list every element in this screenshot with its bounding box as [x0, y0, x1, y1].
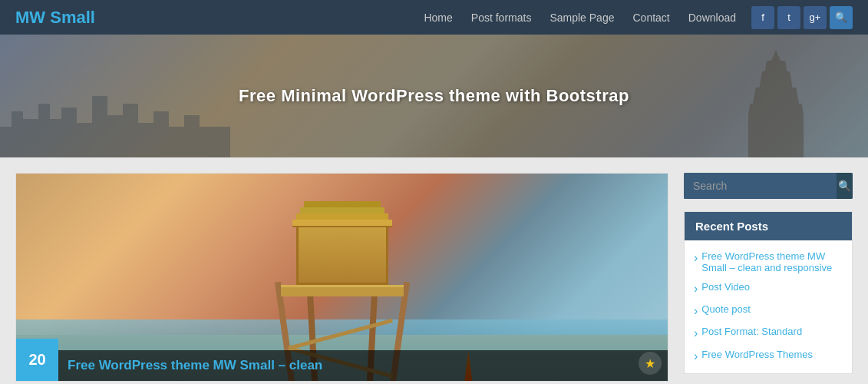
main-content: 20 Free WordPress theme MW Small – clean… [0, 157, 868, 384]
nav-link-home[interactable]: Home [424, 12, 452, 24]
site-header: MW Small Home Post formats Sample Page C… [0, 0, 868, 35]
nav-link-sample-page[interactable]: Sample Page [550, 12, 614, 24]
nav-link-contact[interactable]: Contact [632, 12, 669, 24]
recent-posts-widget: Recent Posts Free WordPress theme MW Sma… [684, 211, 853, 374]
search-box: 🔍 [684, 173, 853, 199]
post-image: 20 Free WordPress theme MW Small – clean… [16, 174, 668, 381]
sidebar: 🔍 Recent Posts Free WordPress theme MW S… [684, 173, 853, 382]
recent-post-link-5[interactable]: Free WordPress Themes [694, 349, 843, 363]
tower-roof-3 [300, 207, 384, 214]
facebook-icon[interactable]: f [751, 6, 774, 29]
nav-item-sample-page[interactable]: Sample Page [550, 11, 614, 25]
tower-roof-1 [292, 220, 392, 227]
recent-post-link-1[interactable]: Free WordPress theme MW Small – clean an… [694, 250, 843, 273]
tower-roof-4 [304, 201, 381, 207]
social-icons-group: f t g+ 🔍 [751, 6, 853, 29]
post-caption-title[interactable]: Free WordPress theme MW Small – clean [68, 358, 322, 372]
search-button[interactable]: 🔍 [837, 173, 853, 199]
post-card: 20 Free WordPress theme MW Small – clean… [15, 173, 668, 382]
nav-item-home[interactable]: Home [424, 11, 452, 25]
tower-cabin [296, 223, 388, 285]
post-caption-bar: Free WordPress theme MW Small – clean [58, 350, 668, 381]
date-badge: 20 [16, 339, 58, 381]
nav-item-download[interactable]: Download [688, 11, 736, 25]
recent-post-item[interactable]: Free WordPress theme MW Small – clean an… [685, 247, 852, 277]
posts-area: 20 Free WordPress theme MW Small – clean… [15, 173, 668, 382]
recent-post-link-2[interactable]: Post Video [694, 281, 843, 296]
hero-text: Free Minimal WordPress theme with Bootst… [239, 86, 629, 106]
recent-posts-title: Recent Posts [685, 212, 852, 240]
nav-menu: Home Post formats Sample Page Contact Do… [424, 11, 736, 25]
tower-roof-2 [296, 214, 388, 220]
tower-brace-1 [288, 319, 393, 350]
nav-link-download[interactable]: Download [688, 12, 736, 24]
site-title[interactable]: MW Small [15, 8, 95, 28]
recent-post-item[interactable]: Free WordPress Themes [685, 345, 852, 367]
googleplus-icon[interactable]: g+ [804, 6, 827, 29]
twitter-icon[interactable]: t [777, 6, 800, 29]
main-nav: Home Post formats Sample Page Contact Do… [424, 11, 736, 25]
nav-link-post-formats[interactable]: Post formats [471, 12, 532, 24]
bookmark-icon[interactable]: ★ [639, 352, 662, 375]
recent-post-item[interactable]: Post Video [685, 277, 852, 300]
date-day: 20 [28, 351, 45, 369]
recent-post-link-4[interactable]: Post Format: Standard [694, 326, 843, 340]
recent-posts-list: Free WordPress theme MW Small – clean an… [685, 240, 852, 373]
tower-platform [281, 285, 404, 296]
recent-post-item[interactable]: Post Format: Standard [685, 322, 852, 344]
header-search-icon[interactable]: 🔍 [830, 6, 853, 29]
recent-post-item[interactable]: Quote post [685, 300, 852, 322]
hero-banner: Free Minimal WordPress theme with Bootst… [0, 35, 868, 157]
search-input[interactable] [684, 173, 837, 199]
nav-item-contact[interactable]: Contact [632, 11, 669, 25]
recent-post-link-3[interactable]: Quote post [694, 303, 843, 318]
nav-item-post-formats[interactable]: Post formats [471, 11, 532, 25]
